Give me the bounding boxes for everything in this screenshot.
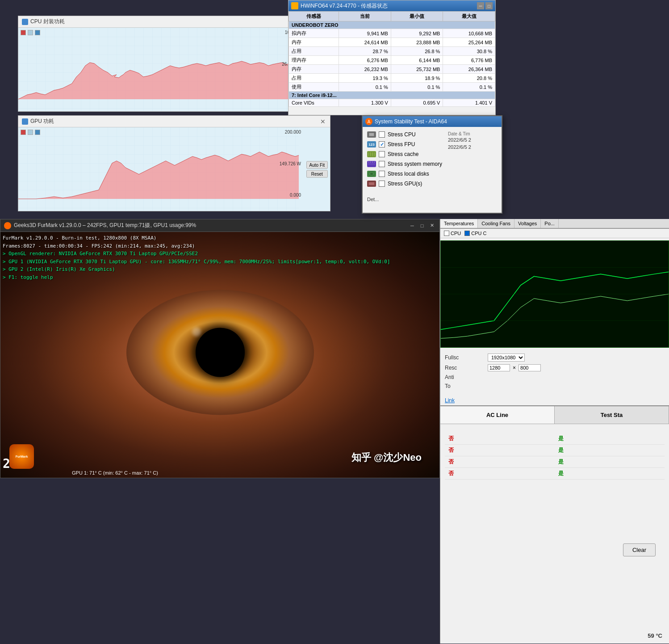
maximize-button[interactable]: □ (418, 222, 426, 230)
resolution-input[interactable] (488, 364, 510, 371)
row-name: 占用 (289, 74, 339, 83)
result-table-section: 否 是 否 是 否 是 否 是 (440, 433, 669, 480)
hwinfo-title: HWiNFO64 v7.24-4770 - 传感器状态 (301, 2, 388, 10)
clear-button[interactable]: Clear (623, 543, 656, 556)
stress-memory-checkbox[interactable] (379, 161, 385, 167)
table-row: 使用 0.1 % 0.1 % 0.1 % (289, 83, 495, 92)
fpu-icon-text: 123 (368, 143, 374, 147)
aida64-icon: A (365, 118, 372, 125)
test-status-tab[interactable]: Test Sta (555, 406, 669, 424)
table-row: 拟内存 9,941 MB 9,292 MB 10,668 MB (289, 29, 495, 38)
tab-cooling-fans[interactable]: Cooling Fans (478, 219, 514, 228)
gpu-legend-red (21, 130, 26, 135)
furmark-logo-text: FurMark (16, 455, 28, 458)
gpu-autofit-btn[interactable]: Auto Fit (306, 161, 328, 168)
resolution-row: Resc × (445, 364, 665, 371)
eye-outer (126, 290, 314, 415)
furmark-info-line4: > GPU 1 (NVIDIA GeForce RTX 3070 Ti Lapt… (3, 258, 390, 266)
gpu-chart-legend (21, 130, 40, 135)
svg-rect-11 (368, 161, 369, 163)
window-controls: ─ □ ✕ (408, 222, 436, 230)
tab-temperatures[interactable]: Temperatures (440, 219, 478, 228)
furmark-info-line3: > OpenGL renderer: NVIDIA GeForce RTX 30… (3, 250, 390, 258)
date-value1: 2022/6/5 2 (448, 137, 497, 143)
geeks3d-panel: Temperatures Cooling Fans Voltages Po...… (440, 219, 669, 644)
geeks3d-header-options: CPU CPU C (440, 229, 669, 238)
result-yes-4: 是 (555, 468, 665, 480)
watermark: 知乎 @沈少Neo (351, 451, 422, 464)
row-max: 30.8 % (443, 47, 495, 56)
row-name: 理内存 (289, 56, 339, 65)
cpu-checkbox[interactable] (444, 231, 449, 236)
gpu-chart-svg (18, 127, 299, 211)
gpu-graph-svg (441, 241, 669, 347)
link-text[interactable]: Link (445, 397, 455, 404)
cpu-power-window: CPU 封装功耗 ✕ 100.000 26.489 W 0.000 (18, 16, 330, 112)
svg-point-16 (370, 173, 373, 175)
link-section: Link (440, 396, 669, 405)
gpu-reset-btn[interactable]: Reset (306, 170, 328, 177)
legend-red (21, 30, 26, 35)
resolution-label: Resc (445, 365, 485, 371)
result-table: 否 是 否 是 否 是 否 是 (445, 433, 665, 480)
svg-rect-13 (372, 161, 373, 163)
gpu-chart-max: 200.000 (285, 130, 301, 135)
bottom-tabs-bar: AC Line Test Sta (440, 405, 669, 424)
svg-rect-18 (369, 182, 374, 185)
table-row: 否 是 (445, 456, 665, 468)
stress-cache-checkbox[interactable] (379, 151, 385, 157)
row-max: 26,364 MB (443, 65, 495, 74)
stress-cpu-row: Stress CPU (367, 131, 443, 138)
hwinfo-maximize[interactable]: □ (485, 2, 493, 9)
disk-stress-icon (367, 171, 376, 177)
gpu-chart-titlebar: GPU 功耗 ✕ (18, 116, 330, 127)
cpu-stress-icon (367, 131, 376, 138)
furmark-info: FurMark v1.29.0.0 - Burn-in test, 1280x8… (3, 234, 390, 282)
cpu-c-checkbox[interactable] (464, 231, 470, 236)
stress-fpu-checkbox[interactable] (379, 141, 385, 147)
aida64-right: Date & Tim 2022/6/5 2 2022/6/5 2 (448, 131, 497, 190)
stress-gpu-checkbox[interactable] (379, 181, 385, 187)
result-yes-3: 是 (555, 456, 665, 468)
gpu-chart-close[interactable]: ✕ (319, 118, 326, 125)
row-min: 26.8 % (391, 47, 443, 56)
cache-stress-icon (367, 151, 376, 157)
eye-pupil (196, 328, 245, 377)
stress-cpu-checkbox[interactable] (379, 131, 385, 138)
furmark-window: Geeks3D FurMark v1.29.0.0 – 242FPS, GPU1… (0, 219, 440, 478)
table-row: 内存 26,232 MB 25,732 MB 26,364 MB (289, 65, 495, 74)
gpu-chart-min: 0.000 (290, 193, 301, 198)
tab-po[interactable]: Po... (541, 219, 559, 228)
hwinfo-table: 传感器 当前 最小值 最大值 UNDEROBOT ZERO 拟内存 9,941 … (289, 11, 495, 107)
gpu-chart-current: 149.726 W (280, 161, 301, 166)
hwinfo-controls: ─ □ (477, 2, 493, 9)
hwinfo-content: 传感器 当前 最小值 最大值 UNDEROBOT ZERO 拟内存 9,941 … (289, 11, 495, 115)
resolution-height-input[interactable] (518, 364, 541, 371)
gpu-power-window: GPU 功耗 ✕ 200.000 149.726 W 0.000 (18, 115, 330, 211)
stress-memory-row: Stress system memory (367, 161, 443, 167)
svg-rect-14 (374, 161, 375, 163)
tab-voltages[interactable]: Voltages (514, 219, 541, 228)
cpu-checkbox-label: CPU (451, 231, 461, 236)
row-current: 24,614 MB (339, 38, 391, 47)
stress-gpu-label: Stress GPU(s) (388, 181, 422, 187)
cpu-checkbox-group: CPU (444, 231, 461, 236)
close-button[interactable]: ✕ (428, 222, 436, 230)
minimize-button[interactable]: ─ (408, 222, 416, 230)
cpu-chart-body: 100.000 26.489 W 0.000 Auto Fit Reset (18, 28, 330, 111)
row-max: 1.401 V (443, 99, 495, 107)
gpu-legend-blue (28, 130, 33, 135)
antialiasing-row: Anti (445, 374, 665, 380)
furmark-logo-icon: FurMark (9, 444, 34, 469)
gpu-stress-icon (367, 181, 376, 187)
gpu-temp-label: GPU 1: 71° C (min: 62° C - max: 71° C) (72, 470, 158, 476)
svg-text:A: A (368, 119, 371, 124)
fullscreen-select[interactable]: 1920x1080 1280x800 (488, 354, 525, 362)
row-min: 18.9 % (391, 74, 443, 83)
hwinfo-minimize[interactable]: ─ (477, 2, 484, 9)
ac-line-tab[interactable]: AC Line (440, 406, 555, 424)
cpu-chart-title: CPU 封装功耗 (30, 18, 319, 25)
row-max: 20.8 % (443, 74, 495, 83)
col-sensor: 传感器 (289, 12, 339, 21)
stress-disk-checkbox[interactable] (379, 171, 385, 177)
